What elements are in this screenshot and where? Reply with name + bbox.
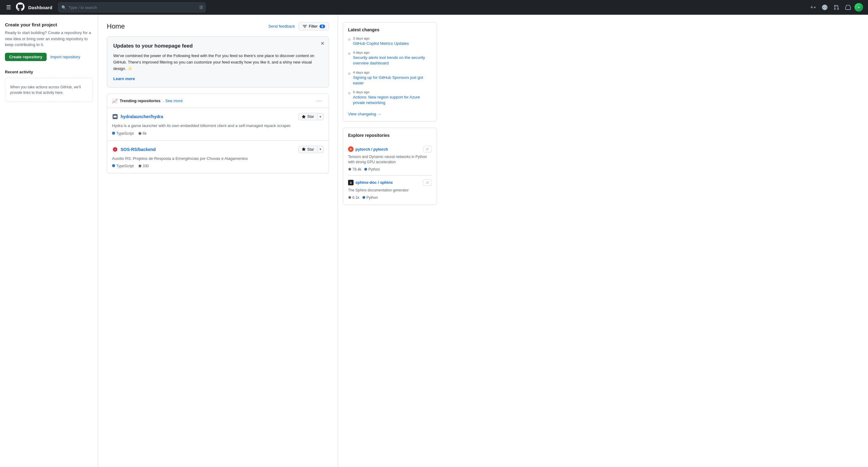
nav-dashboard-title: Dashboard xyxy=(28,5,52,10)
sphinx-avatar: S xyxy=(348,180,353,185)
svg-text:S: S xyxy=(350,181,352,184)
create-project-section: Create your first project Ready to start… xyxy=(5,22,93,61)
copilot-button[interactable] xyxy=(819,3,830,12)
feed-update-body: We've combined the power of the Followin… xyxy=(113,53,322,72)
repo-language-sos: TypeScript xyxy=(112,164,134,168)
repo-meta-sos: TypeScript 330 xyxy=(112,164,324,168)
star-dropdown-sos[interactable]: ▾ xyxy=(317,146,324,153)
star-count-icon xyxy=(138,132,142,135)
create-new-button[interactable]: + ▾ xyxy=(808,2,818,12)
star-icon xyxy=(348,196,351,199)
repo-full-name: SOS-RS/backend xyxy=(121,147,156,152)
trending-repo-item: S SOS-RS/backend Star ▾ Auxílio RS: Proj… xyxy=(107,141,329,174)
sidebar-action-buttons: Create repository Import repository xyxy=(5,53,93,61)
star-pytorch-button[interactable]: ☆ xyxy=(423,146,432,153)
change-link[interactable]: GitHub Copilot Metrics Updates xyxy=(353,41,432,46)
change-item: 3 days ago GitHub Copilot Metrics Update… xyxy=(348,36,432,46)
search-slash-hint: / xyxy=(199,5,203,9)
explore-repo-description-pytorch: Tensors and Dynamic neural networks in P… xyxy=(348,154,432,165)
explore-repo-item: P pytorch / pytorch ☆ Tensors and Dynami… xyxy=(348,142,432,176)
view-changelog-button[interactable]: View changelog → xyxy=(348,112,381,116)
search-input[interactable] xyxy=(58,2,206,12)
latest-changes-title: Latest changes xyxy=(348,27,432,32)
import-repository-button[interactable]: Import repository xyxy=(50,55,81,59)
repo-name-hydra[interactable]: hydralauncher/hydra xyxy=(112,114,163,120)
repo-meta-hydra: TypeScript 6k xyxy=(112,131,324,136)
change-time: 4 days ago xyxy=(353,70,432,74)
trending-more-options-button[interactable]: ··· xyxy=(315,98,324,104)
recent-activity-section: Recent activity When you take actions ac… xyxy=(5,70,93,102)
explore-repo-header: S sphinx-doc / sphinx ☆ xyxy=(348,179,432,186)
star-icon xyxy=(302,115,306,119)
explore-repositories-title: Explore repositories xyxy=(348,133,432,138)
change-time: 5 days ago xyxy=(353,90,432,94)
recent-activity-box: When you take actions across GitHub, we'… xyxy=(5,78,93,102)
star-button-group-hydra: Star ▾ xyxy=(298,113,324,120)
feed-update-close-button[interactable]: ✕ xyxy=(320,41,324,46)
svg-text:S: S xyxy=(115,149,116,151)
feed-update-card: ✕ Updates to your homepage feed We've co… xyxy=(107,36,329,88)
feed-update-heading: Updates to your homepage feed xyxy=(113,43,322,49)
page-title: Home xyxy=(107,22,125,30)
star-sphinx-button[interactable]: ☆ xyxy=(423,179,432,186)
change-link[interactable]: Actions: New region support for Azure pr… xyxy=(353,94,432,105)
send-feedback-button[interactable]: Send feedback xyxy=(268,24,295,29)
trending-label: Trending repositories xyxy=(120,98,160,103)
chevron-down-icon: ▾ xyxy=(814,5,816,9)
inbox-button[interactable] xyxy=(843,3,853,12)
explore-repo-language-pytorch: Python xyxy=(364,167,380,172)
repo-item-header: hydralauncher/hydra Star ▾ xyxy=(112,113,324,120)
recent-activity-title: Recent activity xyxy=(5,70,93,74)
star-sos-button[interactable]: Star xyxy=(298,146,317,153)
avatar[interactable]: ● xyxy=(855,3,863,12)
filter-icon xyxy=(303,24,307,29)
nav-actions: + ▾ ● xyxy=(808,2,863,12)
hamburger-menu-button[interactable]: ☰ xyxy=(5,3,12,12)
filter-label: Filter xyxy=(309,24,318,29)
explore-repo-sphinx[interactable]: S sphinx-doc / sphinx xyxy=(348,180,393,185)
pytorch-avatar: P xyxy=(348,146,353,152)
trending-separator: · xyxy=(162,98,164,103)
trending-header: 📈 Trending repositories · See more ··· xyxy=(107,94,329,108)
search-bar: 🔍 / xyxy=(58,2,206,12)
trending-see-more-button[interactable]: See more xyxy=(165,98,183,103)
star-count-icon xyxy=(138,164,142,168)
filter-count-badge: 8 xyxy=(319,25,325,28)
star-hydra-button[interactable]: Star xyxy=(298,113,317,120)
create-project-description: Ready to start building? Create a reposi… xyxy=(5,30,93,48)
svg-text:P: P xyxy=(350,148,352,151)
repo-star-count-sos: 330 xyxy=(138,164,149,168)
explore-repo-header: P pytorch / pytorch ☆ xyxy=(348,146,432,153)
explore-repo-full-name: sphinx-doc / sphinx xyxy=(355,180,393,185)
learn-more-link[interactable]: Learn more xyxy=(113,76,135,81)
change-link[interactable]: Security alerts tool trends on the secur… xyxy=(353,55,432,66)
explore-repo-full-name: pytorch / pytorch xyxy=(355,147,388,152)
repo-description-hydra: Hydra is a game launcher with its own em… xyxy=(112,123,324,129)
star-icon xyxy=(302,147,306,151)
trending-header-left: 📈 Trending repositories · See more xyxy=(112,98,183,104)
pull-requests-button[interactable] xyxy=(831,3,842,12)
repo-name-sos[interactable]: S SOS-RS/backend xyxy=(112,146,156,153)
change-item: 4 days ago Signing up for GitHub Sponsor… xyxy=(348,70,432,86)
explore-repo-stars-sphinx: 6.1k xyxy=(348,195,360,200)
plus-icon: + xyxy=(810,4,813,11)
latest-changes-section: Latest changes 3 days ago GitHub Copilot… xyxy=(343,22,437,122)
create-repository-button[interactable]: Create repository xyxy=(5,53,46,61)
change-link[interactable]: Signing up for GitHub Sponsors just got … xyxy=(353,75,432,86)
sidebar: Create your first project Ready to start… xyxy=(0,15,98,467)
star-icon xyxy=(348,167,351,171)
star-button-group-sos: Star ▾ xyxy=(298,146,324,153)
explore-repo-stars-pytorch: 78.4k xyxy=(348,167,361,172)
repo-item-header: S SOS-RS/backend Star ▾ xyxy=(112,146,324,153)
main-header-actions: Send feedback Filter 8 xyxy=(268,22,329,30)
explore-repo-pytorch[interactable]: P pytorch / pytorch xyxy=(348,146,388,152)
star-dropdown-hydra[interactable]: ▾ xyxy=(317,113,324,120)
repo-star-count-hydra: 6k xyxy=(138,131,147,136)
change-time: 3 days ago xyxy=(353,36,432,40)
filter-button[interactable]: Filter 8 xyxy=(299,22,329,30)
explore-repositories-section: Explore repositories P pytorch / pytorch… xyxy=(343,128,437,205)
main-content: Home Send feedback Filter 8 ✕ Updates to… xyxy=(98,15,338,467)
repo-avatar-sos: S xyxy=(112,146,118,153)
trending-repo-item: hydralauncher/hydra Star ▾ Hydra is a ga… xyxy=(107,108,329,141)
change-item: 4 days ago Security alerts tool trends o… xyxy=(348,51,432,66)
